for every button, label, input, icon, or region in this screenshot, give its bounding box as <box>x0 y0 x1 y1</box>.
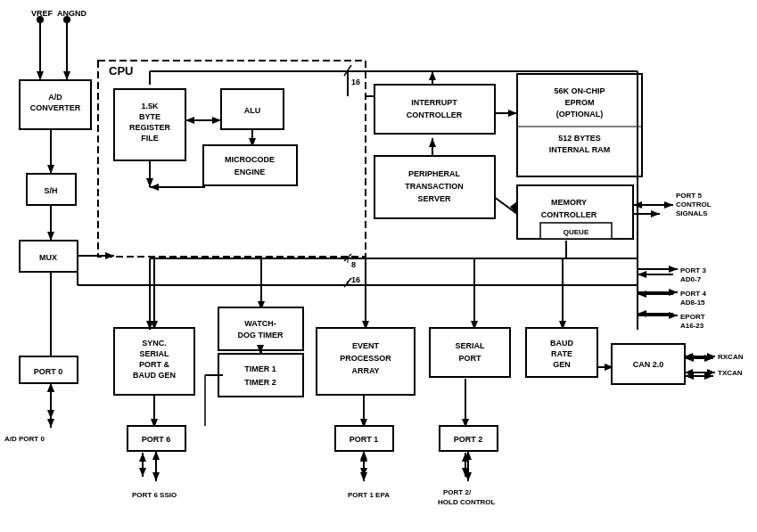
svg-text:CONTROLLER: CONTROLLER <box>407 110 463 119</box>
svg-text:16: 16 <box>351 275 360 284</box>
svg-text:BAUD: BAUD <box>550 339 573 348</box>
svg-text:8: 8 <box>351 260 356 269</box>
svg-text:TXCAN: TXCAN <box>718 369 743 377</box>
svg-text:AD0-7: AD0-7 <box>680 275 702 283</box>
svg-text:A/D PORT 0: A/D PORT 0 <box>4 435 45 443</box>
svg-text:(OPTIONAL): (OPTIONAL) <box>556 110 604 119</box>
svg-text:PORT 2: PORT 2 <box>454 435 483 444</box>
svg-text:PORT 6: PORT 6 <box>142 435 171 444</box>
svg-text:PORT 4: PORT 4 <box>680 290 706 298</box>
svg-text:PORT 3: PORT 3 <box>680 266 706 274</box>
angnd-label: ANGND <box>57 9 86 18</box>
svg-text:PORT: PORT <box>458 354 481 363</box>
svg-point-97 <box>63 16 70 23</box>
svg-rect-0 <box>0 0 757 532</box>
svg-text:PORT 5: PORT 5 <box>676 192 702 200</box>
svg-text:1.5K: 1.5K <box>141 102 159 110</box>
svg-text:16: 16 <box>351 78 360 86</box>
svg-text:RXCAN: RXCAN <box>718 353 744 361</box>
svg-rect-163 <box>218 354 303 397</box>
svg-text:BYTE: BYTE <box>139 112 160 121</box>
svg-text:MUX: MUX <box>39 253 57 262</box>
svg-text:INTERNAL RAM: INTERNAL RAM <box>549 145 610 154</box>
svg-text:BAUD GEN: BAUD GEN <box>133 371 176 380</box>
svg-rect-170 <box>430 328 510 377</box>
svg-text:GEN: GEN <box>553 360 571 369</box>
svg-text:QUEUE: QUEUE <box>564 228 589 236</box>
svg-text:INTERRUPT: INTERRUPT <box>411 98 457 107</box>
svg-text:TIMER 2: TIMER 2 <box>244 378 276 387</box>
svg-text:56K ON-CHIP: 56K ON-CHIP <box>554 86 605 95</box>
svg-rect-160 <box>218 307 303 350</box>
svg-text:MICROCODE: MICROCODE <box>225 155 275 164</box>
svg-text:EVENT: EVENT <box>352 341 380 350</box>
svg-text:TRANSACTION: TRANSACTION <box>405 182 464 191</box>
svg-text:PORT 0: PORT 0 <box>34 367 63 376</box>
svg-text:PROCESSOR: PROCESSOR <box>340 354 391 363</box>
svg-rect-114 <box>203 145 297 185</box>
svg-text:ALU: ALU <box>244 106 261 115</box>
svg-text:PORT 1 EPA: PORT 1 EPA <box>348 491 390 499</box>
svg-text:REGISTER: REGISTER <box>129 123 171 132</box>
svg-text:SERVER: SERVER <box>418 194 451 203</box>
vref-label: VREF <box>31 9 53 18</box>
svg-text:AD8-15: AD8-15 <box>680 299 705 307</box>
svg-text:SIGNALS: SIGNALS <box>676 209 708 217</box>
svg-text:PORT &: PORT & <box>139 360 170 369</box>
svg-text:SERIAL: SERIAL <box>139 349 169 358</box>
svg-text:PORT 2/: PORT 2/ <box>443 488 472 496</box>
svg-text:TIMER 1: TIMER 1 <box>244 364 276 373</box>
svg-text:CPU: CPU <box>109 64 133 78</box>
svg-rect-117 <box>374 85 495 134</box>
svg-text:RATE: RATE <box>551 349 572 358</box>
svg-text:EPROM: EPROM <box>564 98 594 107</box>
svg-text:PORT 6 SSIO: PORT 6 SSIO <box>132 491 177 499</box>
block-diagram: CPU 16 <box>0 0 757 532</box>
svg-text:SYNC.: SYNC. <box>142 339 167 348</box>
svg-text:512 BYTES: 512 BYTES <box>558 134 601 143</box>
svg-text:CONVERTER: CONVERTER <box>30 103 81 112</box>
svg-text:FILE: FILE <box>141 134 159 143</box>
svg-text:S/H: S/H <box>44 186 57 195</box>
svg-text:A16-23: A16-23 <box>680 322 704 330</box>
svg-text:CONTROL: CONTROL <box>676 201 712 209</box>
svg-text:ENGINE: ENGINE <box>235 168 266 176</box>
svg-text:CAN 2.0: CAN 2.0 <box>633 360 664 369</box>
svg-text:PORT 1: PORT 1 <box>350 435 379 444</box>
svg-text:ARRAY: ARRAY <box>351 366 379 375</box>
svg-text:MEMORY: MEMORY <box>551 198 587 207</box>
svg-text:A/D: A/D <box>48 93 62 102</box>
svg-text:DOG TIMER: DOG TIMER <box>238 331 284 340</box>
svg-point-96 <box>37 16 44 23</box>
svg-text:EPORT: EPORT <box>680 313 705 321</box>
svg-text:SERIAL: SERIAL <box>455 341 485 350</box>
svg-text:HOLD CONTROL: HOLD CONTROL <box>438 498 496 506</box>
svg-text:PERIPHERAL: PERIPHERAL <box>408 169 461 178</box>
svg-text:CONTROLLER: CONTROLLER <box>541 210 597 219</box>
svg-text:WATCH-: WATCH- <box>244 319 276 328</box>
